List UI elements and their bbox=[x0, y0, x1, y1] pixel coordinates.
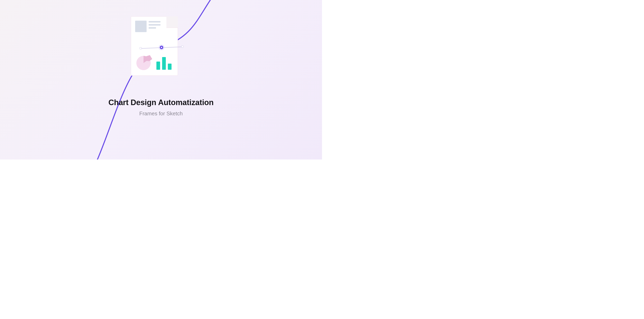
pie-chart-icon bbox=[136, 56, 151, 70]
bar-1 bbox=[156, 62, 160, 70]
hero-subtitle: Frames for Sketch bbox=[0, 110, 322, 117]
hero-title: Chart Design Automatization bbox=[0, 98, 322, 107]
text-lines-icon bbox=[149, 21, 160, 30]
bar-chart-icon bbox=[156, 57, 172, 70]
tangent-handle-right bbox=[181, 46, 184, 48]
bar-2 bbox=[162, 57, 166, 70]
dog-ear-icon bbox=[166, 16, 178, 28]
document-illustration-icon bbox=[131, 16, 178, 76]
image-placeholder-icon bbox=[135, 21, 146, 32]
bar-3 bbox=[168, 64, 172, 70]
hero-canvas: Chart Design Automatization Frames for S… bbox=[0, 0, 322, 160]
